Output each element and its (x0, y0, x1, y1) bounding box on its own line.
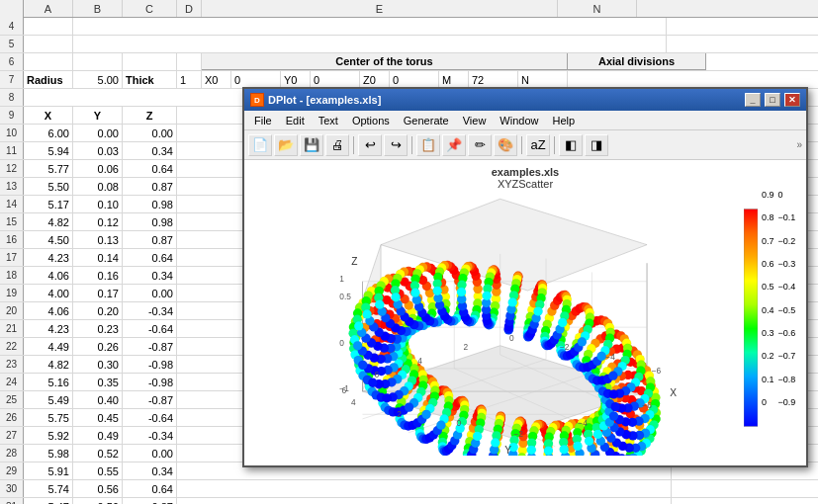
cell-y[interactable]: 0.12 (73, 213, 123, 230)
cell-z[interactable]: -0.87 (123, 391, 177, 408)
cell-x[interactable]: 4.00 (24, 285, 73, 301)
minimize-button[interactable]: _ (745, 93, 761, 107)
cell-x[interactable]: 5.17 (24, 196, 73, 212)
color-button[interactable]: 🎨 (494, 134, 517, 156)
cell-y0-val[interactable]: 0 (311, 71, 360, 88)
cell-y[interactable]: 0.52 (73, 445, 123, 462)
cell-z0-val[interactable]: 0 (390, 71, 439, 88)
cell-x[interactable]: 4.06 (24, 302, 73, 319)
paste-button[interactable]: 📌 (442, 134, 466, 156)
cell-x[interactable]: 4.49 (24, 338, 73, 355)
cell-a5[interactable] (24, 36, 73, 52)
cell-y[interactable]: 0.17 (73, 285, 123, 301)
cell-z[interactable]: 0.00 (123, 285, 177, 301)
cell-x[interactable]: 4.82 (24, 356, 73, 373)
cell-x[interactable]: 4.23 (24, 249, 73, 266)
undo-button[interactable]: ↩ (358, 134, 382, 156)
cell-z[interactable]: 0.00 (123, 125, 177, 141)
print-button[interactable]: 🖨 (325, 134, 349, 156)
cell-y[interactable]: 0.40 (73, 391, 123, 408)
cell-x[interactable]: 5.94 (24, 142, 73, 159)
cell-y[interactable]: 0.16 (73, 267, 123, 284)
menu-edit[interactable]: Edit (280, 113, 311, 128)
cell-y[interactable]: 0.55 (73, 462, 123, 479)
cell-x[interactable]: 5.49 (24, 391, 73, 408)
cell-y[interactable]: 0.23 (73, 320, 123, 337)
maximize-button[interactable]: □ (765, 93, 780, 107)
cell-z[interactable]: -0.34 (123, 302, 177, 319)
redo-button[interactable]: ↪ (384, 134, 408, 156)
open-button[interactable]: 📂 (274, 134, 298, 156)
menu-view[interactable]: View (457, 113, 493, 128)
cell-a4[interactable] (24, 18, 73, 35)
cell-y[interactable]: 0.30 (73, 356, 123, 373)
font-button[interactable]: aZ (526, 134, 550, 156)
menu-help[interactable]: Help (546, 113, 581, 128)
align-left-button[interactable]: ◧ (559, 134, 583, 156)
cell-z[interactable]: 0.34 (123, 267, 177, 284)
copy-button[interactable]: 📋 (416, 134, 440, 156)
cell-y[interactable]: 0.00 (73, 125, 123, 141)
cell-y[interactable]: 0.14 (73, 249, 123, 266)
cell-y[interactable]: 0.08 (73, 178, 123, 195)
cell-y[interactable]: 0.49 (73, 427, 123, 444)
cell-z[interactable]: 0.87 (123, 498, 177, 504)
cell-z[interactable]: -0.64 (123, 409, 177, 426)
cell-z[interactable]: -0.98 (123, 356, 177, 373)
cell-x[interactable]: 4.23 (24, 320, 73, 337)
cell-x[interactable]: 5.77 (24, 160, 73, 177)
save-button[interactable]: 💾 (300, 134, 323, 156)
cell-z[interactable]: 0.34 (123, 462, 177, 479)
cell-y[interactable]: 0.20 (73, 302, 123, 319)
menu-options[interactable]: Options (346, 113, 396, 128)
cell-z[interactable]: 0.87 (123, 231, 177, 248)
cell-x[interactable]: 4.82 (24, 213, 73, 230)
cell-a6[interactable] (24, 53, 73, 70)
cell-y[interactable]: 0.35 (73, 374, 123, 390)
more-buttons[interactable]: » (796, 139, 802, 150)
cell-z[interactable]: -0.64 (123, 320, 177, 337)
cell-z[interactable]: 0.64 (123, 249, 177, 266)
cell-y[interactable]: 0.56 (73, 480, 123, 497)
new-button[interactable]: 📄 (248, 134, 272, 156)
cell-z[interactable]: 0.87 (123, 178, 177, 195)
menu-file[interactable]: File (248, 113, 278, 128)
cell-radius-val[interactable]: 5.00 (73, 71, 123, 88)
close-button[interactable]: ✕ (784, 93, 800, 107)
menu-generate[interactable]: Generate (398, 113, 455, 128)
cell-y[interactable]: 0.45 (73, 409, 123, 426)
cell-x[interactable]: 5.47 (24, 498, 73, 504)
align-right-button[interactable]: ◨ (585, 134, 608, 156)
cell-x0-val[interactable]: 0 (231, 71, 281, 88)
cell-y[interactable]: 0.26 (73, 338, 123, 355)
cell-y[interactable]: 0.06 (73, 160, 123, 177)
cell-y[interactable]: 0.56 (73, 498, 123, 504)
cell-z[interactable]: 0.98 (123, 213, 177, 230)
menu-text[interactable]: Text (313, 113, 344, 128)
cell-x[interactable]: 5.74 (24, 480, 73, 497)
cell-x[interactable]: 5.92 (24, 427, 73, 444)
cell-z[interactable]: 0.64 (123, 480, 177, 497)
cell-z[interactable]: -0.87 (123, 338, 177, 355)
cell-y[interactable]: 0.10 (73, 196, 123, 212)
cell-x[interactable]: 5.98 (24, 445, 73, 462)
cell-z[interactable]: -0.34 (123, 427, 177, 444)
cell-y[interactable]: 0.03 (73, 142, 123, 159)
cell-m-val[interactable]: 72 (469, 71, 518, 88)
cell-x[interactable]: 4.50 (24, 231, 73, 248)
cell-x[interactable]: 5.75 (24, 409, 73, 426)
menu-window[interactable]: Window (494, 113, 544, 128)
cell-x[interactable]: 6.00 (24, 125, 73, 141)
cell-x[interactable]: 5.91 (24, 462, 73, 479)
cell-z[interactable]: 0.00 (123, 445, 177, 462)
edit-button[interactable]: ✏ (468, 134, 492, 156)
cell-z[interactable]: 0.64 (123, 160, 177, 177)
cell-x[interactable]: 4.06 (24, 267, 73, 284)
cell-z[interactable]: -0.98 (123, 374, 177, 390)
cell-x[interactable]: 5.50 (24, 178, 73, 195)
cell-z[interactable]: 0.34 (123, 142, 177, 159)
cell-x[interactable]: 5.16 (24, 374, 73, 390)
cell-z[interactable]: 0.98 (123, 196, 177, 212)
titlebar[interactable]: D DPlot - [examples.xls] _ □ ✕ (244, 89, 806, 111)
cell-y[interactable]: 0.13 (73, 231, 123, 248)
